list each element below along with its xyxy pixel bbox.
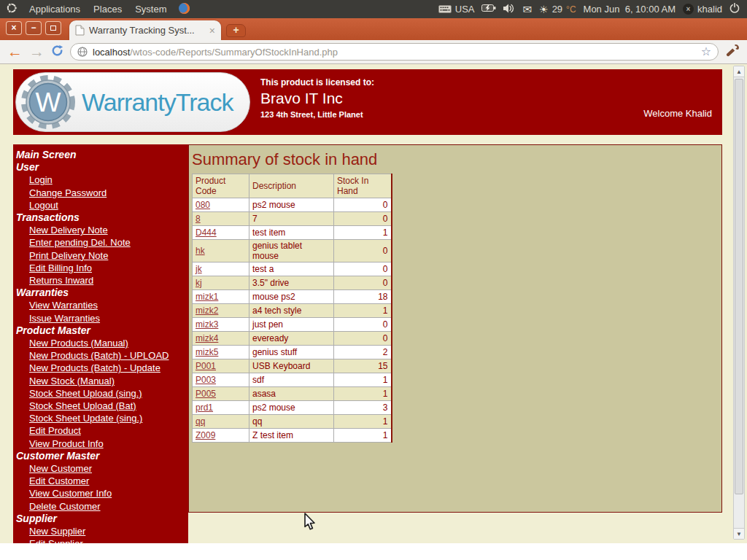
licensed-to-label: This product is licensed to:	[260, 77, 374, 88]
sidebar-link[interactable]: Delete Customer	[13, 500, 188, 513]
menu-system[interactable]: System	[133, 2, 168, 16]
scroll-up-icon[interactable]: ▲	[734, 66, 744, 77]
product-code-cell: mizk1	[193, 290, 249, 304]
stock-table: Product Code Description Stock In Hand 0…	[192, 174, 392, 443]
scrollbar-thumb[interactable]	[735, 79, 743, 494]
url-bar[interactable]: localhost/wtos-code/Reports/SummaryOfSto…	[70, 43, 719, 61]
sidebar-section-heading: Main Screen	[13, 149, 188, 161]
wrench-menu-icon[interactable]	[725, 44, 740, 60]
weather-indicator[interactable]: ☀ 29 °C	[539, 4, 576, 15]
sidebar-link[interactable]: New Products (Manual)	[13, 337, 188, 349]
stock-in-hand-cell: 0	[334, 276, 392, 290]
product-code-link[interactable]: qq	[196, 416, 205, 427]
clock-label[interactable]: Mon Jun 6, 10:00 AM	[584, 4, 676, 15]
sidebar-link[interactable]: Stock Sheet Upload (Bat)	[13, 400, 188, 412]
power-icon[interactable]	[729, 3, 740, 15]
sidebar-link[interactable]: Logout	[13, 199, 188, 211]
sidebar-link[interactable]: Enter pending Del. Note	[13, 236, 188, 249]
menu-applications[interactable]: Applications	[28, 2, 82, 16]
menu-places[interactable]: Places	[92, 2, 123, 16]
product-code-link[interactable]: mizk2	[196, 306, 218, 316]
firefox-icon[interactable]	[178, 2, 190, 17]
product-code-link[interactable]: mizk1	[196, 292, 218, 302]
keyboard-indicator[interactable]: USA	[438, 4, 475, 15]
tab-close-icon[interactable]: ×	[209, 26, 215, 36]
globe-icon	[77, 47, 88, 57]
ubuntu-logo-icon[interactable]	[6, 2, 18, 16]
sidebar-link[interactable]: New Products (Batch) - UPLOAD	[13, 349, 188, 362]
window-minimize-button[interactable]: −	[26, 21, 42, 35]
mail-indicator[interactable]: ✉	[522, 3, 532, 16]
sidebar-link[interactable]: Edit Supplier	[13, 537, 188, 543]
product-code-link[interactable]: Z009	[196, 430, 215, 440]
description-cell: 3.5" drive	[249, 276, 334, 290]
vertical-scrollbar[interactable]: ▲ ▼	[733, 66, 745, 540]
stock-in-hand-cell: 1	[334, 387, 392, 401]
table-row: mizk3just pen0	[193, 318, 392, 332]
product-code-cell: P001	[193, 359, 249, 373]
battery-indicator[interactable]	[481, 4, 496, 15]
product-code-cell: P003	[193, 373, 249, 387]
reload-button[interactable]	[51, 44, 63, 60]
product-code-link[interactable]: mizk4	[196, 333, 218, 343]
sidebar-link[interactable]: Edit Product	[13, 424, 188, 437]
mouse-cursor	[303, 513, 317, 534]
sidebar-link[interactable]: Edit Billing Info	[13, 262, 188, 274]
sidebar-link[interactable]: New Stock (Manual)	[13, 375, 188, 387]
sidebar-link[interactable]: Stock Sheet Upload (sing.)	[13, 387, 188, 400]
table-row: hkgenius tablet mouse0	[193, 240, 392, 262]
description-cell: asasa	[249, 387, 334, 401]
stock-in-hand-cell: 18	[334, 290, 392, 304]
product-code-link[interactable]: 8	[196, 214, 201, 224]
product-code-link[interactable]: mizk5	[196, 347, 218, 357]
description-cell: eveready	[249, 332, 334, 346]
product-code-link[interactable]: P005	[196, 389, 216, 399]
sidebar-link[interactable]: Returns Inward	[13, 274, 188, 287]
product-code-link[interactable]: P001	[196, 361, 216, 371]
product-code-link[interactable]: 080	[196, 200, 210, 210]
sidebar-link[interactable]: View Warranties	[13, 299, 188, 311]
browser-toolbar: ← → localhost/wtos-code/Reports/SummaryO…	[0, 40, 747, 64]
forward-button[interactable]: →	[29, 44, 44, 59]
stock-in-hand-cell: 0	[334, 262, 392, 276]
product-code-link[interactable]: D444	[196, 228, 217, 238]
sidebar-link[interactable]: New Products (Batch) - Update	[13, 362, 188, 374]
sidebar-link[interactable]: Stock Sheet Update (sing.)	[13, 412, 188, 424]
stock-in-hand-cell: 1	[334, 415, 392, 429]
sidebar-link[interactable]: New Customer	[13, 462, 188, 475]
sidebar-link[interactable]: View Product Info	[13, 438, 188, 450]
window-maximize-button[interactable]	[45, 21, 61, 35]
product-code-link[interactable]: jk	[196, 264, 202, 274]
browser-tab[interactable]: Warranty Tracking Syst... ×	[69, 20, 221, 40]
sidebar-link[interactable]: New Supplier	[13, 525, 188, 537]
sidebar-link[interactable]: Change Password	[13, 187, 188, 199]
product-code-cell: 8	[193, 212, 249, 226]
product-code-cell: mizk4	[193, 332, 249, 346]
stock-in-hand-cell: 1	[334, 429, 392, 443]
licensee-name: Bravo IT Inc	[260, 90, 374, 107]
me-menu[interactable]: × khalid	[683, 4, 722, 15]
back-button[interactable]: ←	[7, 44, 23, 59]
product-code-link[interactable]: prd1	[196, 402, 213, 413]
sidebar-link[interactable]: Edit Customer	[13, 475, 188, 487]
table-row: mizk5genius stuff2	[193, 346, 392, 359]
sidebar-link[interactable]: New Delivery Note	[13, 224, 188, 236]
product-code-link[interactable]: hk	[196, 246, 205, 256]
product-code-link[interactable]: kj	[196, 278, 202, 288]
scroll-down-icon[interactable]: ▼	[734, 528, 744, 539]
description-cell: genius tablet mouse	[249, 240, 334, 262]
header-stock-in-hand: Stock In Hand	[334, 174, 392, 198]
new-tab-button[interactable]: +	[226, 24, 246, 37]
product-code-link[interactable]: P003	[196, 375, 216, 385]
sidebar-link[interactable]: Login	[13, 174, 188, 186]
stock-table-body: 080ps2 mouse0870D444test item1hkgenius t…	[193, 198, 392, 443]
sidebar-link[interactable]: Print Delivery Note	[13, 249, 188, 262]
product-code-cell: mizk5	[193, 346, 249, 359]
volume-indicator[interactable]	[503, 4, 515, 15]
product-code-link[interactable]: mizk3	[196, 319, 218, 330]
bookmark-star-icon[interactable]: ☆	[701, 46, 711, 58]
window-close-button[interactable]: ×	[6, 21, 22, 35]
description-cell: mouse ps2	[249, 290, 334, 304]
sidebar-link[interactable]: Issue Warranties	[13, 312, 188, 324]
sidebar-link[interactable]: View Customer Info	[13, 487, 188, 499]
